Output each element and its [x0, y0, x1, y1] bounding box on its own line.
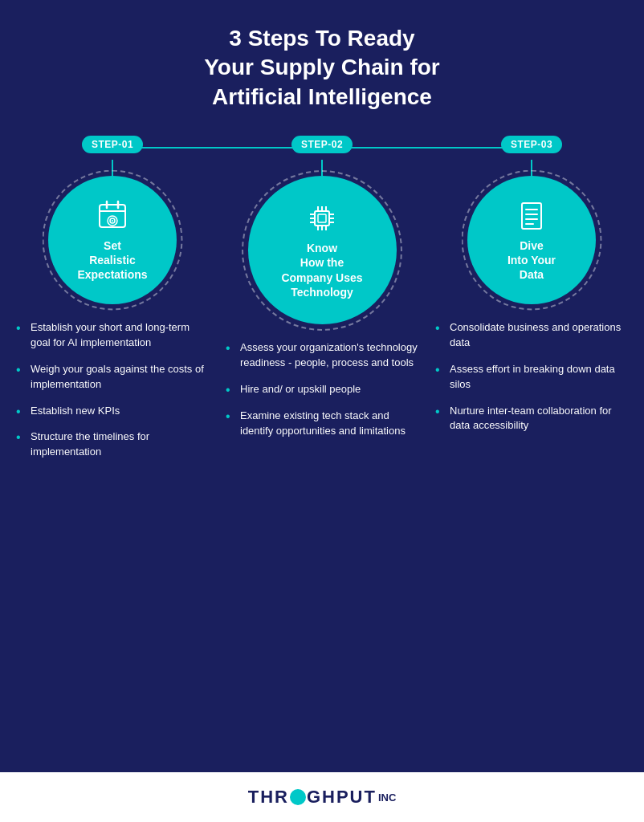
step3-col: DiveInto YourData Consolidate business a… [435, 160, 628, 445]
step1-bullet4: Structure the timelines for implementati… [16, 429, 209, 460]
step3-circle: DiveInto YourData [467, 176, 596, 304]
step1-header: STEP-01 [16, 136, 209, 160]
logo: THR GHPUT INC [248, 787, 397, 808]
logo-o-icon [290, 789, 306, 805]
document-icon [514, 198, 549, 234]
logo-text-ughput: GHPUT [307, 787, 377, 808]
step2-circle: KnowHow theCompany UsesTechnology [248, 176, 397, 324]
step3-circle-container: DiveInto YourData [467, 160, 596, 304]
step3-badge: STEP-03 [501, 136, 562, 153]
step1-title: SetRealisticExpectations [77, 238, 147, 283]
step1-bullet2: Weigh your goals against the costs of im… [16, 362, 209, 393]
step2-bullet1: Assess your organization's technology re… [226, 340, 418, 371]
steps-content-row: SetRealisticExpectations Establish your … [16, 160, 628, 471]
step3-header: STEP-03 [435, 136, 628, 160]
step1-circle-container: SetRealisticExpectations [48, 160, 177, 304]
step2-col: KnowHow theCompany UsesTechnology Assess… [226, 160, 418, 450]
chip-icon [304, 201, 340, 236]
step2-badge: STEP-02 [291, 136, 353, 153]
step1-circle: SetRealisticExpectations [48, 176, 177, 304]
steps-badges-row: STEP-01 STEP-02 STEP-03 [16, 136, 628, 160]
step3-bullets: Consolidate business and operations data… [435, 320, 628, 445]
step3-bullet3: Nurture inter-team collaboration for dat… [435, 404, 628, 434]
step2-vline [321, 160, 323, 176]
step3-bullet2: Assess effort in breaking down data silo… [435, 362, 628, 393]
step2-bullet2: Hire and/ or upskill people [226, 382, 418, 397]
logo-text-thr: THR [248, 787, 289, 808]
step1-bullet1: Establish your short and long-term goal … [16, 320, 209, 351]
step3-title: DiveInto YourData [507, 238, 556, 283]
step1-col: SetRealisticExpectations Establish your … [16, 160, 209, 471]
logo-inc: INC [378, 791, 396, 804]
page-title: 3 Steps To Ready Your Supply Chain for A… [204, 24, 439, 112]
step1-vline [112, 160, 113, 176]
target-icon [95, 198, 130, 234]
svg-rect-7 [315, 211, 329, 226]
step2-header: STEP-02 [226, 136, 418, 160]
footer: THR GHPUT INC [0, 772, 644, 822]
main-container: 3 Steps To Ready Your Supply Chain for A… [0, 0, 644, 748]
step1-bullets: Establish your short and long-term goal … [16, 320, 209, 471]
step2-bullet3: Examine existing tech stack and identify… [226, 409, 418, 439]
step1-badge: STEP-01 [82, 136, 143, 153]
step2-circle-container: KnowHow theCompany UsesTechnology [248, 160, 397, 324]
svg-rect-8 [318, 214, 326, 222]
step1-bullet3: Establish new KPIs [16, 404, 209, 419]
step3-vline [531, 160, 532, 176]
step2-bullets: Assess your organization's technology re… [226, 340, 418, 450]
step2-title: KnowHow theCompany UsesTechnology [281, 241, 362, 299]
svg-rect-21 [522, 203, 541, 229]
step3-bullet1: Consolidate business and operations data [435, 320, 628, 351]
svg-point-6 [112, 220, 113, 222]
